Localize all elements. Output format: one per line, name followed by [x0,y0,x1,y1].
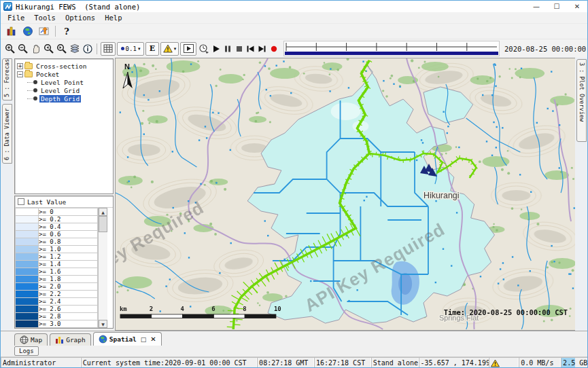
map-display-icon[interactable] [36,24,52,38]
legend-row[interactable]: >= 2.0 [16,283,98,291]
legend-row[interactable]: >= 2.2 [16,291,98,298]
svg-text:2: 2 [150,306,153,312]
grid-display-button[interactable] [101,42,116,56]
legend-scrollbar[interactable]: ▲ ▼ [98,208,107,328]
legend-row[interactable]: >= 1.2 [16,253,98,261]
scrollbar-thumb[interactable] [99,216,107,232]
play-button[interactable] [210,43,222,55]
time-slider[interactable] [283,41,500,56]
status-warning-icon[interactable] [489,357,519,368]
legend-row[interactable]: >= 2.6 [16,306,98,313]
zoom-next-icon[interactable] [55,42,68,56]
last-value-checkbox[interactable] [18,198,24,205]
close-tab-icon[interactable]: ✕ [150,335,156,343]
statusbar: AdministratorCurrent system time:2020-09… [1,356,587,368]
chevron-down-icon: ▾ [138,46,141,52]
legend-row[interactable]: >= 0 [16,208,98,216]
node-bullet-icon [33,96,37,100]
legend-row[interactable]: >= 0.6 [16,231,98,238]
tree-item-label[interactable]: Pocket [35,71,60,78]
status-cell-2: 08:27:18 GMT [257,357,314,368]
globe-icon[interactable] [20,24,36,38]
close-button[interactable]: ✕ [567,1,587,12]
tree-item-label[interactable]: Level Point [39,79,85,86]
tab-spatial[interactable]: Spatial□✕ [93,332,162,346]
minimize-button[interactable]: — [526,1,547,12]
pan-hand-icon[interactable] [29,42,42,56]
legend-value: >= 2.8 [39,313,98,320]
tab-graph[interactable]: Graph [50,333,91,346]
menu-item-tools[interactable]: Tools [29,14,60,22]
skip-back-button[interactable] [245,43,256,55]
legend-row[interactable]: >= 0.2 [16,216,98,223]
detach-tab-icon[interactable]: □ [141,336,147,343]
legend-row[interactable]: >= 2.4 [16,298,98,306]
info-icon[interactable] [81,42,94,56]
menu-item-file[interactable]: File [3,14,29,22]
set-time-icon[interactable] [197,42,210,56]
legend-toggle-button[interactable]: E [145,42,159,56]
tree-item-cross-section[interactable]: +Cross-section [17,62,113,70]
zoom-out-icon[interactable] [16,42,29,56]
legend-swatch [16,246,39,253]
zoom-in-icon[interactable] [3,42,16,56]
legend-row[interactable]: >= 3.0 [16,320,98,328]
tree-item-pocket[interactable]: −Pocket [17,70,113,78]
tree-item-depth-grid[interactable]: Depth Grid [17,94,113,103]
data-viewer-panel: +Cross-section−PocketLevel PointLevel Gr… [13,58,115,331]
layers-icon[interactable] [68,42,81,56]
status-cell-8: 2.5 GB [561,357,587,368]
legend-value: >= 0.2 [39,216,98,223]
legend-row[interactable]: >= 0.4 [16,223,98,231]
scroll-down-icon[interactable]: ▼ [99,320,107,328]
legend-value: >= 2.2 [39,291,98,298]
tab-data-viewer[interactable]: 6 : Data Viewer [2,104,12,164]
tree-item-label[interactable]: Depth Grid [39,95,81,103]
legend-value: >= 2.6 [39,306,98,313]
legend-swatch [16,216,39,223]
animation-button[interactable] [180,42,196,56]
legend-table: >= 0>= 0.2>= 0.4>= 0.6>= 0.8>= 1.0>= 1.2… [15,208,98,328]
collapse-icon[interactable]: − [17,71,23,77]
logs-row: Logs [1,346,587,356]
explorer-icon[interactable] [3,24,20,38]
tab-label: Map [31,336,42,344]
folder-icon [24,63,33,69]
legend-row[interactable]: >= 1.6 [16,268,98,276]
tree-item-label[interactable]: Cross-section [35,62,88,70]
legend-row[interactable]: >= 3.2 [16,328,98,329]
logs-button[interactable]: Logs [14,346,39,356]
map-toolbar: 0.1 ▾ E ▾ [1,39,587,58]
tree-item-label[interactable]: Level Grid [39,87,81,94]
zoom-previous-icon[interactable] [42,42,55,56]
stop-button[interactable] [233,43,245,55]
node-bullet-icon [33,88,37,92]
globe-icon [99,335,107,344]
svg-text:6: 6 [211,306,215,312]
tree-item-level-point[interactable]: Level Point [17,78,113,86]
warning-dropdown[interactable]: ▾ [160,42,179,56]
interval-dropdown[interactable]: 0.1 ▾ [117,42,144,56]
pause-button[interactable] [222,43,233,55]
scroll-up-icon[interactable]: ▲ [99,208,107,216]
maximize-button[interactable]: ☐ [547,1,567,12]
tab-forecast[interactable]: 5 : Forecast [2,58,12,100]
left-tab-strip: 5 : Forecast 6 : Data Viewer [1,58,13,331]
legend-row[interactable]: >= 1.4 [16,261,98,268]
legend-row[interactable]: >= 1.0 [16,246,98,253]
legend-row[interactable]: >= 0.8 [16,238,98,246]
record-button[interactable] [268,43,279,55]
expand-icon[interactable]: + [17,63,23,69]
legend-swatch [16,291,39,298]
menu-item-options[interactable]: Options [60,14,100,22]
tab-label: Spatial [109,335,137,343]
map-canvas[interactable]: Hikurangi Springs Flat API Key Required … [115,58,575,331]
tree-item-level-grid[interactable]: Level Grid [17,86,113,94]
skip-forward-button[interactable] [256,43,268,55]
tab-plot-overview[interactable]: 3 : Plot Overview [576,59,587,142]
legend-row[interactable]: >= 1.8 [16,276,98,283]
help-button[interactable]: ? [58,24,75,38]
tab-map[interactable]: Map [14,333,48,346]
legend-row[interactable]: >= 2.8 [16,313,98,320]
menu-item-help[interactable]: Help [100,14,126,22]
